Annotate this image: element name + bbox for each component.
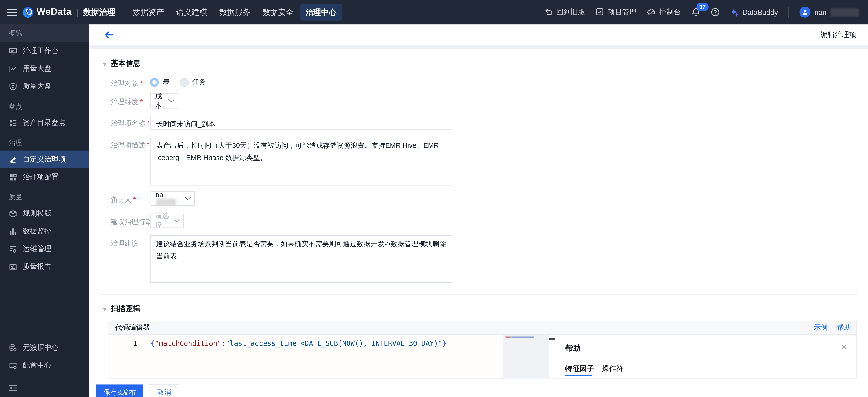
action-select-placeholder: 请选择 xyxy=(155,211,171,230)
console-link[interactable]: 控制台 xyxy=(647,7,681,17)
back-to-legacy-link[interactable]: 回到旧版 xyxy=(544,7,585,17)
sidebar-item-governance-workbench[interactable]: 治理工作台 xyxy=(0,42,89,60)
sidebar-item-asset-catalog-inventory[interactable]: 资产目录盘点 xyxy=(0,114,89,132)
main-panel: 编辑治理项 基本信息 治理对象* 表 任务 xyxy=(89,24,868,397)
notifications-button[interactable]: 37 xyxy=(691,7,700,17)
back-arrow-button[interactable] xyxy=(103,29,115,40)
help-button[interactable] xyxy=(711,8,720,17)
sidebar-item-data-monitoring[interactable]: 数据监控 xyxy=(0,222,89,240)
left-sidebar: 概览 治理工作台 用量大盘 质量大盘 盘点 资产目录盘点 治理 自定义治理项 治… xyxy=(0,24,89,397)
editor-minimap[interactable] xyxy=(503,335,549,378)
owner-select-value: na xyxy=(156,191,182,206)
code-editor-area[interactable]: 1 {"matchCondition":"last_access_time <D… xyxy=(108,335,857,378)
code-line[interactable]: {"matchCondition":"last_access_time <DAT… xyxy=(151,339,446,348)
sidebar-item-config-center[interactable]: 配置中心 xyxy=(0,356,89,374)
notification-badge: 37 xyxy=(696,3,708,11)
header-separator xyxy=(89,45,868,48)
editor-scrollbar-thumb[interactable] xyxy=(549,338,555,340)
nav-item-data-security[interactable]: 数据安全 xyxy=(257,4,299,20)
section-scan-logic[interactable]: 扫描逻辑 xyxy=(102,304,141,314)
top-navbar: WeData | 数据治理 数据资产 语义建模 数据服务 数据安全 治理中心 回… xyxy=(0,0,868,24)
radio-option-table[interactable]: 表 xyxy=(150,77,169,87)
sidebar-item-label: 用量大盘 xyxy=(23,64,52,74)
user-name-redacted xyxy=(831,8,859,16)
required-asterisk: * xyxy=(140,98,143,106)
collapse-triangle-icon xyxy=(102,62,107,66)
radio-unselected-icon xyxy=(180,78,189,87)
user-account-button[interactable]: nan xyxy=(800,7,859,18)
editor-links: 示例 帮助 xyxy=(814,323,851,333)
required-asterisk: * xyxy=(133,196,136,204)
product-name: 数据治理 xyxy=(83,7,115,18)
ops-gear-icon xyxy=(9,245,17,253)
field-label-advice: 治理建议 xyxy=(111,239,138,249)
radio-label: 任务 xyxy=(192,77,206,87)
sidebar-footer: 元数据中心 配置中心 xyxy=(0,339,89,397)
item-desc-textarea[interactable]: 表产出后，长时间（大于30天）没有被访问，可能造成存储资源浪费。支持EMR Hi… xyxy=(150,137,452,185)
grid-config-icon xyxy=(9,173,17,181)
sidebar-item-rule-templates[interactable]: 规则模版 xyxy=(0,205,89,222)
section-basic-info[interactable]: 基本信息 xyxy=(102,59,141,69)
advice-textarea[interactable]: 建议结合业务场景判断当前表是否需要，如果确实不需要则可通过数据开发->数据管理模… xyxy=(150,235,452,283)
editor-help-panel: 帮助 ✕ 特征因子 操作符 xyxy=(549,335,857,378)
save-publish-button[interactable]: 保存&发布 xyxy=(96,385,143,397)
active-tab-underline xyxy=(565,374,592,376)
sparkle-icon xyxy=(730,8,739,17)
example-link[interactable]: 示例 xyxy=(814,323,828,333)
code-editor-toolbar: 代码编辑器 示例 帮助 xyxy=(108,322,857,335)
radio-label: 表 xyxy=(163,77,169,87)
section-basic-info-label: 基本信息 xyxy=(111,59,141,69)
field-label-item-name: 治理项名称* xyxy=(111,119,150,128)
project-management-link[interactable]: 项目管理 xyxy=(596,7,637,17)
sidebar-item-label: 运维管理 xyxy=(23,244,52,254)
usage-chart-icon xyxy=(9,64,17,73)
sidebar-item-usage-dashboard[interactable]: 用量大盘 xyxy=(0,60,89,77)
chevron-down-icon xyxy=(185,194,191,200)
nav-item-semantic-modeling[interactable]: 语义建模 xyxy=(170,4,213,20)
close-icon[interactable]: ✕ xyxy=(841,342,847,351)
sidebar-item-custom-governance-items[interactable]: 自定义治理项 xyxy=(0,151,89,168)
wedata-logo[interactable]: WeData xyxy=(22,6,71,18)
dimension-select[interactable]: 成本 xyxy=(150,94,178,108)
back-to-legacy-label: 回到旧版 xyxy=(556,7,585,17)
sidebar-item-metadata-center[interactable]: 元数据中心 xyxy=(0,339,89,356)
hamburger-menu-icon[interactable] xyxy=(4,5,19,19)
cube-icon xyxy=(9,209,17,218)
sidebar-item-governance-item-config[interactable]: 治理项配置 xyxy=(0,168,89,186)
databuddy-link[interactable]: DataBuddy xyxy=(730,8,778,17)
tab-operators[interactable]: 操作符 xyxy=(602,363,623,373)
sidebar-section-quality: 质量 xyxy=(0,189,89,205)
wedata-logo-icon xyxy=(22,6,34,18)
sidebar-item-ops-management[interactable]: 运维管理 xyxy=(0,240,89,258)
sidebar-collapse-button[interactable] xyxy=(0,378,89,397)
help-link[interactable]: 帮助 xyxy=(837,323,851,333)
section-scan-logic-label: 扫描逻辑 xyxy=(111,304,141,314)
item-name-input[interactable]: 长时间未访问_副本 xyxy=(150,115,452,130)
sidebar-item-quality-dashboard[interactable]: 质量大盘 xyxy=(0,77,89,95)
code-editor-block: 代码编辑器 示例 帮助 1 {"matchCondition":"last_ac… xyxy=(108,321,857,378)
tab-feature-factors[interactable]: 特征因子 xyxy=(565,363,594,373)
nav-item-data-assets[interactable]: 数据资产 xyxy=(127,4,169,20)
owner-select[interactable]: na xyxy=(151,191,195,206)
sidebar-item-quality-report[interactable]: 质量报告 xyxy=(0,258,89,276)
nav-item-data-services[interactable]: 数据服务 xyxy=(214,4,256,20)
console-label: 控制台 xyxy=(659,7,681,17)
help-panel-title: 帮助 xyxy=(565,344,581,354)
sidebar-item-label: 配置中心 xyxy=(23,360,52,370)
collapse-triangle-icon xyxy=(102,307,107,310)
cancel-button[interactable]: 取消 xyxy=(149,385,180,397)
user-name-prefix: nan xyxy=(814,8,827,16)
nav-item-governance-center[interactable]: 治理中心 xyxy=(300,4,342,20)
minimap-code-mark xyxy=(512,336,534,337)
form-content: 基本信息 治理对象* 表 任务 治理维度* 成本 xyxy=(89,48,868,397)
radio-option-task[interactable]: 任务 xyxy=(180,77,206,87)
field-label-item-desc: 治理项描述* xyxy=(111,141,150,150)
action-select[interactable]: 请选择 xyxy=(150,213,184,228)
owner-name-redacted xyxy=(156,199,176,206)
bar-chart-icon xyxy=(9,227,17,235)
workbench-icon xyxy=(9,47,17,55)
section-divider xyxy=(100,294,857,295)
window-gear-icon xyxy=(9,361,17,369)
logo-text: WeData xyxy=(37,7,71,18)
field-label-dimension: 治理维度* xyxy=(111,97,143,107)
